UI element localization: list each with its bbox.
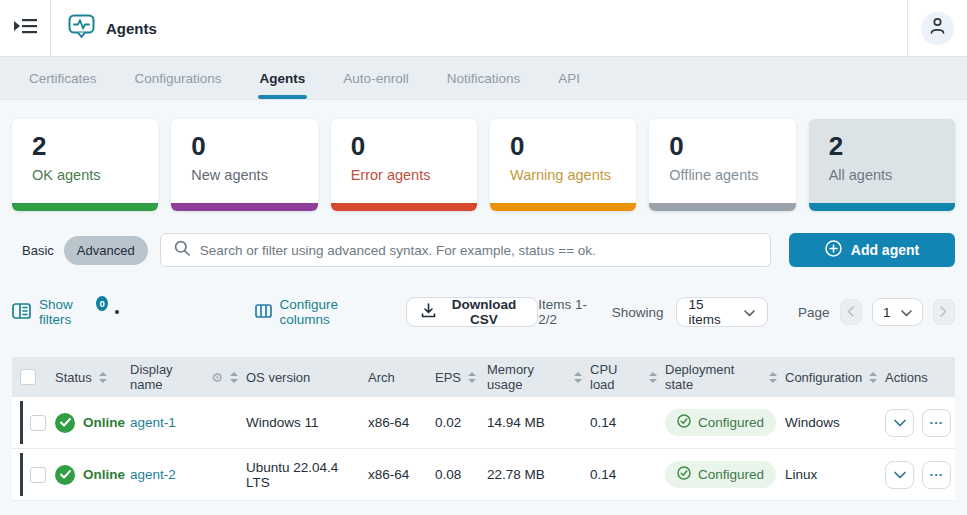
card-ok-agents[interactable]: 2 OK agents xyxy=(12,119,158,211)
chevron-left-icon xyxy=(847,305,854,320)
memory-usage-cell: 22.78 MB xyxy=(479,467,582,482)
column-header-status[interactable]: Status xyxy=(47,370,122,385)
user-menu-button[interactable] xyxy=(921,12,954,45)
download-csv-label: Download CSV xyxy=(445,297,523,327)
actions-cell: ... xyxy=(877,461,955,489)
top-bar: Agents xyxy=(0,0,967,57)
expand-row-button[interactable] xyxy=(885,461,914,489)
page-size-select[interactable]: 15 items xyxy=(676,297,769,327)
filters-panel-icon xyxy=(12,303,31,322)
page-number-select[interactable]: 1 xyxy=(872,298,923,326)
search-input[interactable] xyxy=(200,243,757,258)
search-mode-basic[interactable]: Basic xyxy=(12,236,64,265)
column-header-memory-usage[interactable]: Memory usage xyxy=(479,362,582,392)
sort-icon[interactable] xyxy=(574,372,582,383)
column-label: EPS xyxy=(435,370,461,385)
gear-icon[interactable]: ⚙ xyxy=(211,370,223,385)
cpu-load-cell: 0.14 xyxy=(582,467,657,482)
agent-name-link[interactable]: agent-1 xyxy=(130,415,176,430)
column-header-display-name[interactable]: Display name ⚙ xyxy=(122,362,238,392)
card-warning-agents[interactable]: 0 Warning agents xyxy=(490,119,636,211)
row-checkbox[interactable] xyxy=(30,415,46,431)
card-label: OK agents xyxy=(32,167,158,183)
show-filters-button[interactable]: Show filters 0 xyxy=(12,297,108,327)
card-error-agents[interactable]: 0 Error agents xyxy=(331,119,477,211)
status-cell: Online xyxy=(47,413,122,433)
row-actions-menu-button[interactable]: ... xyxy=(922,461,951,489)
card-value: 2 xyxy=(829,132,955,162)
columns-icon xyxy=(255,304,272,321)
sort-icon[interactable] xyxy=(230,372,238,383)
tab-auto-enroll[interactable]: Auto-enroll xyxy=(324,57,427,99)
actions-cell: ... xyxy=(877,409,955,437)
search-mode-advanced[interactable]: Advanced xyxy=(64,236,148,265)
column-label: CPU load xyxy=(590,362,642,392)
deployment-state-text: Configured xyxy=(698,415,764,430)
sort-icon[interactable] xyxy=(468,372,476,383)
column-header-actions: Actions xyxy=(877,370,955,385)
tab-agents[interactable]: Agents xyxy=(241,57,325,99)
download-csv-button[interactable]: Download CSV xyxy=(406,297,538,327)
tab-notifications[interactable]: Notifications xyxy=(428,57,540,99)
card-new-agents[interactable]: 0 New agents xyxy=(171,119,317,211)
filters-notification-dot xyxy=(115,310,118,314)
configuration-cell: Linux xyxy=(777,467,877,482)
configured-check-icon xyxy=(677,414,691,431)
page-label: Page xyxy=(798,305,830,320)
agents-table: Status Display name ⚙ OS version Arch EP… xyxy=(12,357,955,501)
expand-row-button[interactable] xyxy=(885,409,914,437)
status-text: Online xyxy=(83,415,125,430)
row-checkbox[interactable] xyxy=(30,467,46,483)
column-header-deployment-state[interactable]: Deployment state xyxy=(657,362,777,392)
column-header-eps[interactable]: EPS xyxy=(427,370,479,385)
card-value: 2 xyxy=(32,132,158,162)
status-online-icon xyxy=(55,413,75,433)
previous-page-button[interactable] xyxy=(840,299,862,325)
os-version-cell: Windows 11 xyxy=(238,415,360,430)
tab-certificates[interactable]: Certificates xyxy=(10,57,116,99)
tab-api[interactable]: API xyxy=(539,57,599,99)
chevron-down-icon xyxy=(894,415,906,430)
column-header-os-version: OS version xyxy=(238,370,360,385)
search-icon xyxy=(174,240,190,260)
sort-icon[interactable] xyxy=(649,372,657,383)
column-header-configuration[interactable]: Configuration xyxy=(777,370,877,385)
configure-columns-button[interactable]: Configure columns xyxy=(255,297,372,327)
sidebar-toggle-icon xyxy=(13,17,38,39)
column-label: Display name xyxy=(130,362,204,392)
column-header-cpu-load[interactable]: CPU load xyxy=(582,362,657,392)
sort-icon[interactable] xyxy=(99,372,107,383)
card-label: Warning agents xyxy=(510,167,636,183)
configuration-cell: Windows xyxy=(777,415,877,430)
configured-check-icon xyxy=(677,466,691,483)
card-value: 0 xyxy=(191,132,317,162)
card-label: New agents xyxy=(191,167,317,183)
card-offline-agents[interactable]: 0 Offline agents xyxy=(649,119,795,211)
card-accent-bar xyxy=(171,203,317,211)
deployment-state-badge: Configured xyxy=(665,461,776,488)
select-all-checkbox[interactable] xyxy=(20,369,36,385)
column-label: Configuration xyxy=(785,370,862,385)
card-all-agents[interactable]: 2 All agents xyxy=(809,119,955,211)
row-actions-menu-button[interactable]: ... xyxy=(922,409,951,437)
deployment-state-text: Configured xyxy=(698,467,764,482)
search-box xyxy=(160,233,771,267)
show-filters-label: Show filters xyxy=(39,297,95,327)
arch-cell: x86-64 xyxy=(360,467,427,482)
agent-name-link[interactable]: agent-2 xyxy=(130,467,176,482)
card-label: All agents xyxy=(829,167,955,183)
card-accent-bar xyxy=(809,203,955,211)
card-value: 0 xyxy=(669,132,795,162)
chevron-down-icon xyxy=(744,305,755,320)
showing-label: Showing xyxy=(612,305,664,320)
sidebar-toggle-button[interactable] xyxy=(0,0,51,56)
download-icon xyxy=(421,303,436,321)
column-label: Memory usage xyxy=(487,362,567,392)
search-row: Basic Advanced Add agent xyxy=(12,233,955,267)
card-accent-bar xyxy=(490,203,636,211)
os-version-cell: Ubuntu 22.04.4 LTS xyxy=(238,460,360,490)
tab-configurations[interactable]: Configurations xyxy=(116,57,241,99)
sort-icon[interactable] xyxy=(769,372,777,383)
next-page-button[interactable] xyxy=(933,299,955,325)
add-agent-button[interactable]: Add agent xyxy=(789,233,955,267)
